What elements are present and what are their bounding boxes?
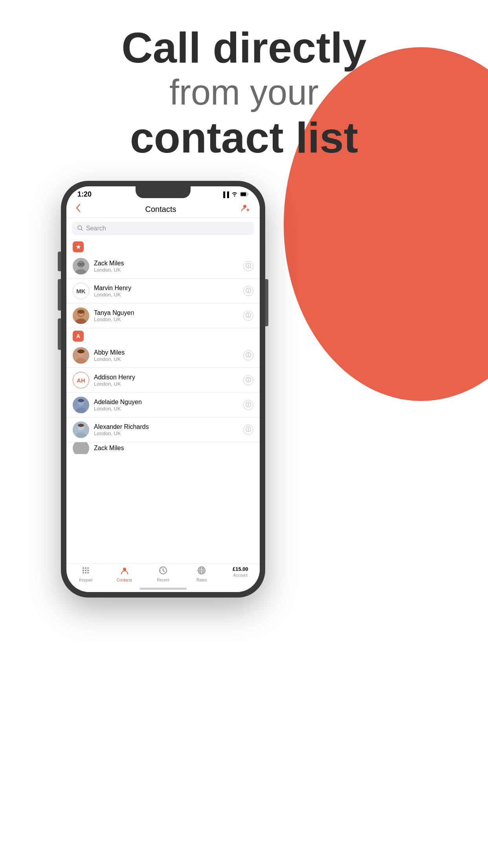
contacts-list: ★ Zack Miles Londo xyxy=(66,239,260,563)
account-balance: £15.00 xyxy=(233,566,248,572)
status-time: 1:20 xyxy=(77,190,92,199)
contact-name: Adelaide Nguyen xyxy=(94,399,238,406)
contact-item-tanya-nguyen[interactable]: Tanya Nguyen London, UK ⓘ xyxy=(66,303,260,328)
contact-name-partial: Zack Miles xyxy=(94,445,124,452)
contact-name: Zack Miles xyxy=(94,260,238,267)
contact-location: London, UK xyxy=(94,430,238,436)
tab-recent[interactable]: Recent xyxy=(144,566,182,582)
add-contact-button[interactable] xyxy=(241,203,250,215)
tab-contacts-label: Contacts xyxy=(117,578,132,582)
info-button-tanya-nguyen[interactable]: ⓘ xyxy=(243,311,253,321)
side-button-volume-mute xyxy=(58,252,61,271)
tab-rates[interactable]: Rates xyxy=(182,566,221,582)
svg-point-34 xyxy=(85,572,86,574)
tab-rates-label: Rates xyxy=(196,578,207,582)
svg-point-2 xyxy=(243,205,246,208)
starred-badge: ★ xyxy=(73,241,84,252)
search-placeholder: Search xyxy=(86,225,106,232)
side-button-power xyxy=(265,279,268,326)
info-button-alexander-richards[interactable]: ⓘ xyxy=(243,425,253,435)
contact-location: London, UK xyxy=(94,292,238,298)
contacts-icon xyxy=(120,566,129,577)
phone-frame: 1:20 ▐▐ xyxy=(61,181,265,598)
contact-location: London, UK xyxy=(94,406,238,412)
recent-icon xyxy=(159,566,167,577)
tab-account-label: Account xyxy=(233,573,248,577)
signal-icon: ▐▐ xyxy=(221,191,229,198)
contact-item-abby-miles[interactable]: Abby Miles London, UK ⓘ xyxy=(66,343,260,368)
contact-item-zack-miles[interactable]: Zack Miles London, UK ⓘ xyxy=(66,254,260,279)
contact-location: London, UK xyxy=(94,356,238,362)
svg-point-22 xyxy=(78,399,84,402)
svg-point-31 xyxy=(85,570,86,571)
search-container: Search xyxy=(66,218,260,239)
contact-info-tanya-nguyen: Tanya Nguyen London, UK xyxy=(94,309,238,322)
info-button-abby-miles[interactable]: ⓘ xyxy=(243,350,253,360)
search-bar[interactable]: Search xyxy=(72,222,254,235)
contact-name: Tanya Nguyen xyxy=(94,309,238,316)
avatar-partial xyxy=(73,442,89,454)
avatar-tanya-nguyen xyxy=(73,307,89,324)
page-title: Contacts xyxy=(145,205,176,214)
info-button-zack-miles[interactable]: ⓘ xyxy=(243,261,253,271)
tab-contacts[interactable]: Contacts xyxy=(105,566,143,582)
contact-item-alexander-richards[interactable]: Alexander Richards London, UK ⓘ xyxy=(66,417,260,442)
avatar-adelaide-nguyen xyxy=(73,397,89,413)
battery-icon xyxy=(240,191,249,198)
svg-point-32 xyxy=(87,570,89,571)
contact-name: Alexander Richards xyxy=(94,423,238,430)
phone-screen: 1:20 ▐▐ xyxy=(66,186,260,592)
tab-keypad-label: Keypad xyxy=(79,578,92,582)
starred-section-header: ★ xyxy=(66,239,260,254)
avatar-abby-miles xyxy=(73,347,89,364)
svg-point-29 xyxy=(87,567,89,569)
avatar-addison-henry: AH xyxy=(73,372,89,388)
header-line2: from your xyxy=(0,71,488,114)
svg-point-35 xyxy=(87,572,89,574)
svg-point-30 xyxy=(83,570,84,571)
avatar-alexander-richards xyxy=(73,421,89,438)
svg-point-33 xyxy=(83,572,84,574)
header-line1: Call directly xyxy=(0,24,488,71)
contact-info-addison-henry: Addison Henry London, UK xyxy=(94,374,238,387)
svg-point-36 xyxy=(123,568,126,571)
home-bar xyxy=(139,588,187,590)
contact-name: Addison Henry xyxy=(94,374,238,381)
svg-point-14 xyxy=(77,310,84,314)
contact-location: London, UK xyxy=(94,316,238,322)
side-button-volume-up xyxy=(58,279,61,311)
phone-notch xyxy=(136,186,191,198)
contact-info-abby-miles: Abby Miles London, UK xyxy=(94,349,238,362)
svg-point-18 xyxy=(77,349,84,353)
a-badge: A xyxy=(73,331,84,342)
back-button[interactable] xyxy=(76,204,81,215)
svg-point-27 xyxy=(83,567,84,569)
contact-item-marvin-henry[interactable]: MK Marvin Henry London, UK ⓘ xyxy=(66,279,260,303)
contact-info-marvin-henry: Marvin Henry London, UK xyxy=(94,285,238,298)
contact-info-zack-miles: Zack Miles London, UK xyxy=(94,260,238,273)
home-indicator xyxy=(66,586,260,592)
contact-location: London, UK xyxy=(94,381,238,387)
contact-item-partial: Zack Miles xyxy=(66,442,260,454)
info-button-addison-henry[interactable]: ⓘ xyxy=(243,375,253,385)
contact-item-addison-henry[interactable]: AH Addison Henry London, UK ⓘ xyxy=(66,368,260,393)
header-section: Call directly from your contact list xyxy=(0,24,488,161)
side-button-volume-down xyxy=(58,318,61,350)
contact-item-adelaide-nguyen[interactable]: Adelaide Nguyen London, UK ⓘ xyxy=(66,393,260,417)
wifi-icon xyxy=(231,191,238,198)
contact-info-alexander-richards: Alexander Richards London, UK xyxy=(94,423,238,436)
nav-bar: Contacts xyxy=(66,200,260,218)
info-button-marvin-henry[interactable]: ⓘ xyxy=(243,286,253,296)
contact-name: Marvin Henry xyxy=(94,285,238,292)
contact-info-adelaide-nguyen: Adelaide Nguyen London, UK xyxy=(94,399,238,412)
tab-account[interactable]: £15.00 Account xyxy=(221,566,260,582)
keypad-icon xyxy=(81,566,90,577)
tab-keypad[interactable]: Keypad xyxy=(66,566,105,582)
header-line3: contact list xyxy=(0,114,488,161)
search-icon xyxy=(77,225,83,232)
svg-point-28 xyxy=(85,567,86,569)
contact-location: London, UK xyxy=(94,267,238,273)
info-button-adelaide-nguyen[interactable]: ⓘ xyxy=(243,400,253,410)
avatar-marvin-henry: MK xyxy=(73,283,89,299)
tab-bar: Keypad Contacts xyxy=(66,563,260,586)
